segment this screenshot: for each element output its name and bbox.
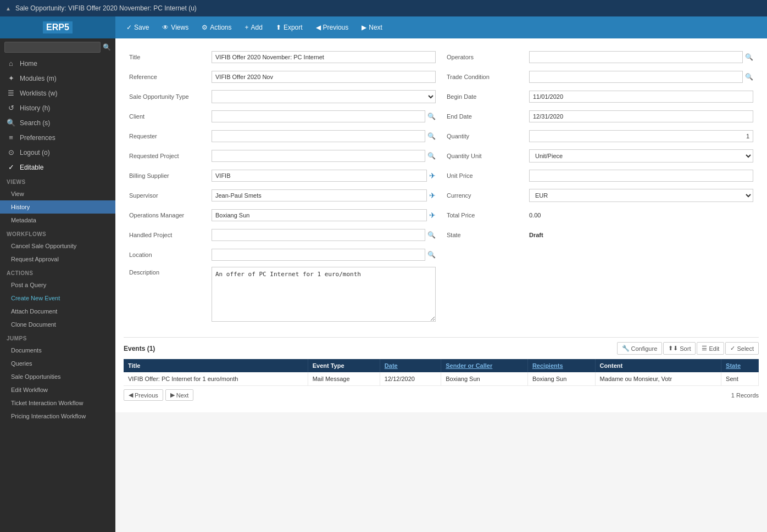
quantity-unit-select[interactable]: Unit/Piece: [529, 149, 753, 163]
sidebar-search-area: 🔍: [0, 38, 115, 56]
supervisor-label: Supervisor: [129, 192, 212, 199]
location-input-wrap: 🔍: [212, 249, 436, 261]
description-textarea[interactable]: An offer of PC Internet for 1 euro/month: [212, 267, 436, 322]
previous-label: Previous: [323, 24, 349, 31]
operations-manager-input[interactable]: [212, 209, 427, 221]
billing-supplier-clear-icon[interactable]: ✈: [429, 171, 436, 180]
sidebar-jump-documents[interactable]: Documents: [0, 344, 115, 357]
sidebar-item-logout[interactable]: ⊙ Logout (o): [0, 145, 115, 160]
operators-search-icon[interactable]: 🔍: [745, 53, 753, 61]
sidebar-editable-label: Editable: [20, 164, 43, 171]
sidebar-action-attach-doc[interactable]: Attach Document: [0, 305, 115, 318]
requested-project-input[interactable]: [212, 150, 425, 162]
operators-input[interactable]: [529, 51, 743, 63]
requested-project-search-icon[interactable]: 🔍: [427, 152, 436, 160]
location-input[interactable]: [212, 249, 425, 261]
col-state[interactable]: State: [721, 359, 759, 372]
operations-manager-clear-icon[interactable]: ✈: [429, 211, 436, 220]
sidebar-item-preferences[interactable]: ≡ Preferences: [0, 130, 115, 145]
currency-select[interactable]: EUR: [529, 189, 753, 202]
configure-button[interactable]: 🔧 Configure: [617, 342, 663, 355]
title-input[interactable]: [212, 51, 436, 63]
supervisor-row: Supervisor ✈: [129, 188, 436, 203]
location-search-icon[interactable]: 🔍: [427, 251, 436, 259]
row-sender: Boxiang Sun: [441, 372, 528, 386]
requester-input[interactable]: [212, 130, 425, 142]
next-icon: ▶: [170, 391, 175, 399]
sidebar-item-search[interactable]: 🔍 Search (s): [0, 115, 115, 130]
views-button[interactable]: 👁 Views: [157, 21, 194, 34]
sidebar-action-post-query[interactable]: Post a Query: [0, 278, 115, 292]
edit-button[interactable]: ☰ Edit: [697, 342, 724, 355]
supervisor-input[interactable]: [212, 189, 427, 201]
state-value: Draft: [529, 232, 612, 238]
begin-date-input[interactable]: [529, 91, 753, 103]
sidebar-workflow-cancel[interactable]: Cancel Sale Opportunity: [0, 239, 115, 253]
sidebar-search-input[interactable]: [4, 42, 101, 53]
sidebar-item-modules[interactable]: ✦ Modules (m): [0, 71, 115, 86]
sidebar-jump-sale-opps[interactable]: Sale Opportunities: [0, 370, 115, 383]
reference-input[interactable]: [212, 71, 436, 83]
sidebar-jump-pricing-workflow[interactable]: Pricing Interaction Workflow: [0, 410, 115, 423]
actions-button[interactable]: ⚙ Actions: [196, 21, 237, 34]
sidebar-item-history[interactable]: ↺ History (h): [0, 100, 115, 115]
end-date-input[interactable]: [529, 110, 753, 122]
col-sender[interactable]: Sender or Caller: [441, 359, 528, 372]
client-label: Client: [129, 113, 212, 120]
add-button[interactable]: + Add: [240, 21, 268, 34]
trade-condition-input-wrap: 🔍: [529, 71, 753, 83]
trade-condition-input[interactable]: [529, 71, 743, 83]
client-input[interactable]: [212, 110, 425, 122]
pagination: ◀ Previous ▶ Next 1 Records: [124, 386, 759, 404]
trade-condition-search-icon[interactable]: 🔍: [745, 73, 753, 81]
configure-icon: 🔧: [622, 345, 630, 352]
quantity-input[interactable]: [529, 130, 753, 142]
sort-button[interactable]: ⬆⬇ Sort: [663, 342, 696, 355]
select-button[interactable]: ✓ Select: [725, 342, 759, 355]
previous-button[interactable]: ◀ Previous: [310, 21, 354, 34]
client-search-icon[interactable]: 🔍: [427, 113, 436, 120]
sidebar-action-clone-doc[interactable]: Clone Document: [0, 318, 115, 331]
operators-input-wrap: 🔍: [529, 51, 753, 63]
col-date[interactable]: Date: [380, 359, 441, 372]
sidebar-item-editable[interactable]: ✓ Editable: [0, 160, 115, 175]
col-recipients[interactable]: Recipients: [527, 359, 595, 372]
sidebar-jump-queries[interactable]: Queries: [0, 357, 115, 370]
sale-opp-type-select[interactable]: [212, 90, 436, 103]
save-button[interactable]: ✓ Save: [121, 21, 154, 34]
logout-icon: ⊙: [7, 148, 15, 156]
col-title[interactable]: Title: [124, 359, 308, 372]
billing-supplier-input[interactable]: [212, 170, 427, 182]
state-label: State: [447, 232, 529, 238]
sidebar-item-worklists[interactable]: ☰ Worklists (w): [0, 86, 115, 100]
sidebar-view-metadata[interactable]: Metadata: [0, 214, 115, 227]
next-icon: ▶: [362, 24, 366, 31]
handled-project-input[interactable]: [212, 229, 425, 241]
sidebar-search-icon[interactable]: 🔍: [103, 43, 111, 51]
requester-search-icon[interactable]: 🔍: [427, 132, 436, 140]
col-event-type[interactable]: Event Type: [308, 359, 380, 372]
modules-icon: ✦: [7, 74, 15, 82]
supervisor-clear-icon[interactable]: ✈: [429, 191, 436, 200]
sidebar-jump-edit-workflow[interactable]: Edit Workflow: [0, 383, 115, 396]
sidebar-action-create-event[interactable]: Create New Event: [0, 292, 115, 305]
end-date-label: End Date: [447, 113, 529, 120]
sidebar-item-home[interactable]: ⌂ Home: [0, 56, 115, 71]
export-button[interactable]: ⬆ Export: [270, 21, 308, 34]
table-row[interactable]: VIFIB Offer: PC Internet for 1 euro/mont…: [124, 372, 759, 386]
sidebar-history-label: History (h): [20, 104, 50, 112]
sidebar-view-view[interactable]: View: [0, 187, 115, 200]
sidebar-jump-ticket-workflow[interactable]: Ticket Interaction Workflow: [0, 396, 115, 410]
next-page-button[interactable]: ▶ Next: [165, 389, 194, 401]
next-button[interactable]: ▶ Next: [356, 21, 388, 34]
prev-page-button[interactable]: ◀ Previous: [124, 389, 163, 401]
billing-supplier-row: Billing Supplier ✈: [129, 168, 436, 183]
requested-project-row: Requested Project 🔍: [129, 148, 436, 164]
sidebar-view-history[interactable]: History: [0, 200, 115, 214]
title-input-wrap: [212, 51, 436, 63]
handled-project-search-icon[interactable]: 🔍: [427, 231, 436, 239]
unit-price-input[interactable]: [529, 170, 753, 182]
sale-opp-type-row: Sale Opportunity Type: [129, 89, 436, 104]
sidebar-workflow-approval[interactable]: Request Approval: [0, 253, 115, 266]
col-content: Content: [595, 359, 721, 372]
